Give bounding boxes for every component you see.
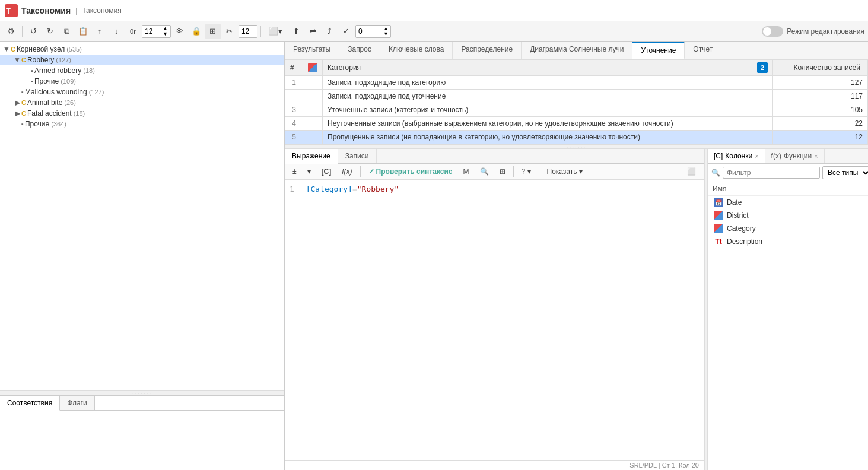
main-layout: ▼ C Корневой узел (535) ▼ C Robbery (127…	[0, 42, 868, 470]
export-btn[interactable]: ⬜▾	[264, 24, 288, 39]
transfer-btn[interactable]: ⇌	[306, 24, 321, 39]
maximize-btn[interactable]: ⬜	[683, 166, 700, 177]
tab-соответствия[interactable]: Соответствия	[0, 396, 60, 411]
table-row[interactable]: 1 Записи, подходящие под категорию 127	[285, 76, 868, 90]
arrow-btn[interactable]: ▾	[303, 166, 315, 177]
up-btn[interactable]: ↑	[92, 24, 107, 39]
counter-input[interactable]: 12	[241, 27, 256, 36]
tab-keywords[interactable]: Ключевые слова	[380, 42, 453, 59]
tree-node-other2[interactable]: ▪ Прочие (364)	[0, 119, 284, 129]
field-name-date: Date	[727, 198, 742, 207]
left-tab-content	[0, 411, 284, 470]
lock-btn[interactable]: 🔒	[189, 24, 204, 39]
district-icon	[714, 211, 723, 220]
tree-node-armed[interactable]: ▪ Armed robbery (18)	[0, 65, 284, 76]
col-icon	[303, 60, 323, 76]
top-bar: T Таксономия | Таксономия	[0, 0, 868, 21]
show-btn[interactable]: Показать ▾	[543, 166, 587, 177]
tab-refinement[interactable]: Уточнение	[632, 42, 685, 59]
c-bracket-btn[interactable]: [C]	[317, 166, 336, 177]
expand-animal[interactable]: ▶	[13, 99, 21, 107]
sidebar-item-category[interactable]: Category	[708, 222, 868, 235]
sidebar-item-date[interactable]: 📅 Date	[708, 196, 868, 209]
expr-tabs: Выражение Записи	[285, 149, 704, 164]
sidebar-item-description[interactable]: Tt Description	[708, 235, 868, 248]
edit-mode-toggle[interactable]	[762, 26, 783, 37]
check-syntax-btn[interactable]: ✓ Проверить синтаксис	[364, 166, 457, 177]
val-down[interactable]: ▼	[383, 31, 389, 37]
expand-root[interactable]: ▼	[2, 45, 11, 53]
tree-node-animal[interactable]: ▶ C Animal bite (26)	[0, 97, 284, 108]
sidebar-type-select[interactable]: Все типы	[822, 166, 868, 179]
expr-toolbar: ± ▾ [C] f(x) ✓ Проверить синтаксис M 🔍 ⊞…	[285, 164, 704, 180]
tree-node-root[interactable]: ▼ C Корневой узел (535)	[0, 44, 284, 55]
fx-btn[interactable]: f(x)	[338, 166, 356, 177]
paste-btn[interactable]: 📋	[75, 24, 91, 39]
tab-sunburst[interactable]: Диаграмма Солнечные лучи	[522, 42, 632, 59]
row-label: Неуточненные записи (выбранные выражение…	[323, 117, 752, 131]
expand-robbery[interactable]: ▼	[13, 56, 21, 64]
tree-node-malicious[interactable]: ▪ Malicious wounding (127)	[0, 87, 284, 97]
row-icon	[303, 103, 323, 117]
table-row[interactable]: 5 Пропущенные записи (не попадающие в ка…	[285, 131, 868, 144]
settings-btn[interactable]: ⚙	[4, 24, 19, 39]
zero-btn[interactable]: 0r	[125, 24, 141, 39]
refresh-btn[interactable]: ↺	[26, 24, 41, 39]
expr-content[interactable]: 1 [Category]="Robbery"	[285, 180, 704, 460]
app-subtitle: Таксономия	[82, 7, 121, 15]
tree-node-fatal[interactable]: ▶ C Fatal accident (18)	[0, 108, 284, 119]
share-btn[interactable]: ⤴	[322, 24, 338, 39]
close-columns-tab[interactable]: ×	[755, 153, 758, 160]
scissors-btn[interactable]: ✂	[222, 24, 237, 39]
sidebar-tab-functions[interactable]: f(x) Функции ×	[765, 149, 825, 163]
eye-btn[interactable]: 👁	[172, 24, 187, 39]
expr-sep1	[360, 166, 361, 177]
sidebar-item-district[interactable]: District	[708, 209, 868, 222]
tab-флаги[interactable]: Флаги	[60, 396, 94, 410]
tree-node-robbery[interactable]: ▼ C Robbery (127)	[0, 55, 284, 65]
category-icon	[714, 224, 723, 233]
row-icon	[303, 90, 323, 103]
sep1	[22, 26, 23, 37]
row-count: 127	[773, 76, 868, 90]
tab-report[interactable]: Отчет	[685, 42, 721, 59]
results-table-wrapper: # Категория 2 Количество записей 1	[285, 59, 868, 144]
tab-results[interactable]: Результаты	[285, 42, 339, 59]
table-row[interactable]: 3 Уточненные записи (категория и точност…	[285, 103, 868, 117]
left-bottom: Соответствия Флаги	[0, 395, 284, 470]
row-count: 22	[773, 117, 868, 131]
expr-sep3	[539, 166, 539, 177]
m-btn[interactable]: M	[459, 166, 473, 177]
val-input[interactable]: 0	[358, 27, 382, 36]
sidebar-tab-columns[interactable]: [C] Колонки ×	[708, 149, 765, 163]
left-splitter-h[interactable]: ·······	[0, 390, 284, 395]
add-remove-btn[interactable]: ±	[288, 166, 301, 177]
help-btn[interactable]: ? ▾	[517, 166, 535, 177]
expr-tab-records[interactable]: Записи	[338, 149, 377, 163]
down-btn[interactable]: ↓	[109, 24, 124, 39]
right-sidebar: [C] Колонки × f(x) Функции × 🔍 Все типы	[708, 149, 868, 470]
right-splitter-h[interactable]: ·······	[285, 144, 868, 149]
table-row[interactable]: 4 Неуточненные записи (выбранные выражен…	[285, 117, 868, 131]
sidebar-search-input[interactable]	[723, 167, 820, 179]
grid-expr-btn[interactable]: ⊞	[495, 166, 510, 177]
check-btn[interactable]: ✓	[339, 24, 354, 39]
table-row[interactable]: Записи, подходящие под уточнение 117	[285, 90, 868, 103]
redo-btn[interactable]: ↻	[42, 24, 58, 39]
import-btn[interactable]: ⬆	[289, 24, 304, 39]
tree-node-other1[interactable]: ▪ Прочие (109)	[0, 76, 284, 87]
num-input[interactable]: 12	[145, 27, 161, 36]
left-panel: ▼ C Корневой узел (535) ▼ C Robbery (127…	[0, 42, 285, 470]
tab-distribution[interactable]: Распределение	[453, 42, 522, 59]
expr-status-bar: SRL/PDL | Ст 1, Кол 20	[285, 460, 704, 470]
search-expr-btn[interactable]: 🔍	[476, 166, 493, 177]
expr-tab-expression[interactable]: Выражение	[285, 149, 338, 164]
row-count: 105	[773, 103, 868, 117]
expand-fatal[interactable]: ▶	[13, 109, 21, 118]
line-number: 1	[290, 185, 294, 193]
close-functions-tab[interactable]: ×	[814, 153, 818, 160]
copy-btn[interactable]: ⧉	[59, 24, 74, 39]
tab-query[interactable]: Запрос	[339, 42, 380, 59]
num-down[interactable]: ▼	[163, 31, 168, 37]
grid-btn[interactable]: ⊞	[205, 24, 221, 39]
